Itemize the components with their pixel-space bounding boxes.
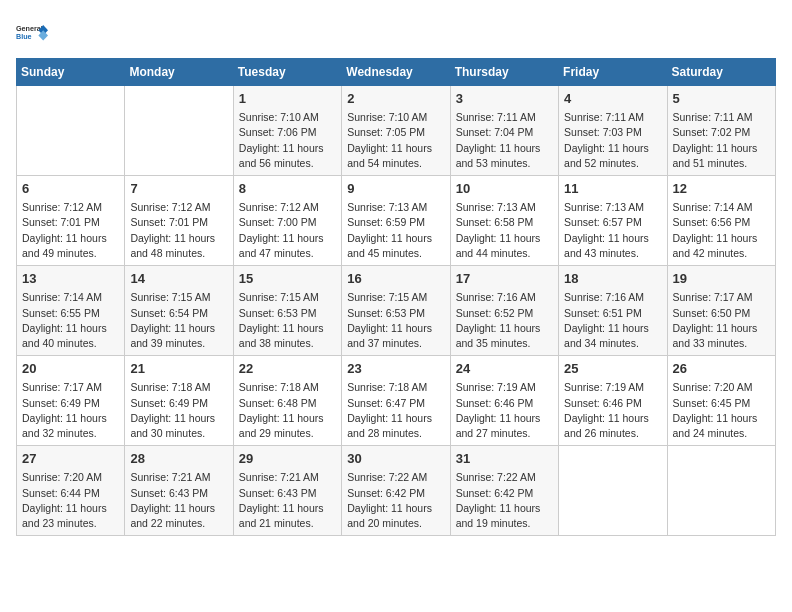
daylight-text: Daylight: 11 hours and 39 minutes. bbox=[130, 321, 227, 351]
daylight-text: Daylight: 11 hours and 26 minutes. bbox=[564, 411, 661, 441]
day-cell: 10Sunrise: 7:13 AMSunset: 6:58 PMDayligh… bbox=[450, 176, 558, 266]
sunrise-text: Sunrise: 7:12 AM bbox=[130, 200, 227, 215]
day-cell: 31Sunrise: 7:22 AMSunset: 6:42 PMDayligh… bbox=[450, 446, 558, 536]
calendar-table: SundayMondayTuesdayWednesdayThursdayFrid… bbox=[16, 58, 776, 536]
day-cell: 13Sunrise: 7:14 AMSunset: 6:55 PMDayligh… bbox=[17, 266, 125, 356]
sunset-text: Sunset: 6:54 PM bbox=[130, 306, 227, 321]
day-cell: 20Sunrise: 7:17 AMSunset: 6:49 PMDayligh… bbox=[17, 356, 125, 446]
day-cell bbox=[559, 446, 667, 536]
day-info: Sunrise: 7:11 AMSunset: 7:03 PMDaylight:… bbox=[564, 110, 661, 171]
sunrise-text: Sunrise: 7:13 AM bbox=[564, 200, 661, 215]
week-row-2: 6Sunrise: 7:12 AMSunset: 7:01 PMDaylight… bbox=[17, 176, 776, 266]
sunrise-text: Sunrise: 7:20 AM bbox=[22, 470, 119, 485]
daylight-text: Daylight: 11 hours and 48 minutes. bbox=[130, 231, 227, 261]
week-row-4: 20Sunrise: 7:17 AMSunset: 6:49 PMDayligh… bbox=[17, 356, 776, 446]
day-number: 17 bbox=[456, 270, 553, 288]
day-number: 28 bbox=[130, 450, 227, 468]
day-cell: 24Sunrise: 7:19 AMSunset: 6:46 PMDayligh… bbox=[450, 356, 558, 446]
day-number: 26 bbox=[673, 360, 770, 378]
sunrise-text: Sunrise: 7:13 AM bbox=[347, 200, 444, 215]
day-info: Sunrise: 7:12 AMSunset: 7:01 PMDaylight:… bbox=[130, 200, 227, 261]
header-tuesday: Tuesday bbox=[233, 59, 341, 86]
daylight-text: Daylight: 11 hours and 51 minutes. bbox=[673, 141, 770, 171]
sunset-text: Sunset: 6:42 PM bbox=[456, 486, 553, 501]
daylight-text: Daylight: 11 hours and 49 minutes. bbox=[22, 231, 119, 261]
sunset-text: Sunset: 6:57 PM bbox=[564, 215, 661, 230]
day-number: 14 bbox=[130, 270, 227, 288]
day-number: 2 bbox=[347, 90, 444, 108]
day-cell: 15Sunrise: 7:15 AMSunset: 6:53 PMDayligh… bbox=[233, 266, 341, 356]
day-info: Sunrise: 7:12 AMSunset: 7:00 PMDaylight:… bbox=[239, 200, 336, 261]
day-cell: 12Sunrise: 7:14 AMSunset: 6:56 PMDayligh… bbox=[667, 176, 775, 266]
sunset-text: Sunset: 6:49 PM bbox=[130, 396, 227, 411]
header-saturday: Saturday bbox=[667, 59, 775, 86]
daylight-text: Daylight: 11 hours and 20 minutes. bbox=[347, 501, 444, 531]
day-number: 23 bbox=[347, 360, 444, 378]
sunset-text: Sunset: 6:45 PM bbox=[673, 396, 770, 411]
daylight-text: Daylight: 11 hours and 28 minutes. bbox=[347, 411, 444, 441]
daylight-text: Daylight: 11 hours and 54 minutes. bbox=[347, 141, 444, 171]
day-number: 16 bbox=[347, 270, 444, 288]
day-info: Sunrise: 7:15 AMSunset: 6:53 PMDaylight:… bbox=[239, 290, 336, 351]
day-cell: 21Sunrise: 7:18 AMSunset: 6:49 PMDayligh… bbox=[125, 356, 233, 446]
day-cell: 18Sunrise: 7:16 AMSunset: 6:51 PMDayligh… bbox=[559, 266, 667, 356]
daylight-text: Daylight: 11 hours and 29 minutes. bbox=[239, 411, 336, 441]
header-sunday: Sunday bbox=[17, 59, 125, 86]
day-number: 30 bbox=[347, 450, 444, 468]
day-info: Sunrise: 7:22 AMSunset: 6:42 PMDaylight:… bbox=[456, 470, 553, 531]
day-info: Sunrise: 7:12 AMSunset: 7:01 PMDaylight:… bbox=[22, 200, 119, 261]
page-header: GeneralBlue bbox=[16, 16, 776, 48]
sunrise-text: Sunrise: 7:15 AM bbox=[347, 290, 444, 305]
daylight-text: Daylight: 11 hours and 42 minutes. bbox=[673, 231, 770, 261]
day-info: Sunrise: 7:11 AMSunset: 7:02 PMDaylight:… bbox=[673, 110, 770, 171]
day-info: Sunrise: 7:17 AMSunset: 6:50 PMDaylight:… bbox=[673, 290, 770, 351]
day-cell: 14Sunrise: 7:15 AMSunset: 6:54 PMDayligh… bbox=[125, 266, 233, 356]
daylight-text: Daylight: 11 hours and 52 minutes. bbox=[564, 141, 661, 171]
daylight-text: Daylight: 11 hours and 21 minutes. bbox=[239, 501, 336, 531]
day-cell: 25Sunrise: 7:19 AMSunset: 6:46 PMDayligh… bbox=[559, 356, 667, 446]
sunrise-text: Sunrise: 7:21 AM bbox=[130, 470, 227, 485]
sunset-text: Sunset: 6:53 PM bbox=[347, 306, 444, 321]
sunset-text: Sunset: 6:48 PM bbox=[239, 396, 336, 411]
sunrise-text: Sunrise: 7:13 AM bbox=[456, 200, 553, 215]
sunrise-text: Sunrise: 7:14 AM bbox=[22, 290, 119, 305]
day-cell: 26Sunrise: 7:20 AMSunset: 6:45 PMDayligh… bbox=[667, 356, 775, 446]
day-cell: 22Sunrise: 7:18 AMSunset: 6:48 PMDayligh… bbox=[233, 356, 341, 446]
sunset-text: Sunset: 6:44 PM bbox=[22, 486, 119, 501]
daylight-text: Daylight: 11 hours and 43 minutes. bbox=[564, 231, 661, 261]
sunrise-text: Sunrise: 7:11 AM bbox=[673, 110, 770, 125]
day-info: Sunrise: 7:21 AMSunset: 6:43 PMDaylight:… bbox=[239, 470, 336, 531]
sunrise-text: Sunrise: 7:18 AM bbox=[347, 380, 444, 395]
day-info: Sunrise: 7:15 AMSunset: 6:54 PMDaylight:… bbox=[130, 290, 227, 351]
day-cell: 19Sunrise: 7:17 AMSunset: 6:50 PMDayligh… bbox=[667, 266, 775, 356]
sunset-text: Sunset: 6:49 PM bbox=[22, 396, 119, 411]
sunset-text: Sunset: 6:42 PM bbox=[347, 486, 444, 501]
daylight-text: Daylight: 11 hours and 33 minutes. bbox=[673, 321, 770, 351]
sunset-text: Sunset: 6:58 PM bbox=[456, 215, 553, 230]
sunset-text: Sunset: 6:46 PM bbox=[456, 396, 553, 411]
sunset-text: Sunset: 6:43 PM bbox=[239, 486, 336, 501]
sunset-text: Sunset: 7:00 PM bbox=[239, 215, 336, 230]
daylight-text: Daylight: 11 hours and 38 minutes. bbox=[239, 321, 336, 351]
day-number: 22 bbox=[239, 360, 336, 378]
sunset-text: Sunset: 6:43 PM bbox=[130, 486, 227, 501]
daylight-text: Daylight: 11 hours and 32 minutes. bbox=[22, 411, 119, 441]
sunrise-text: Sunrise: 7:12 AM bbox=[239, 200, 336, 215]
day-number: 6 bbox=[22, 180, 119, 198]
day-info: Sunrise: 7:19 AMSunset: 6:46 PMDaylight:… bbox=[456, 380, 553, 441]
sunset-text: Sunset: 6:46 PM bbox=[564, 396, 661, 411]
sunrise-text: Sunrise: 7:16 AM bbox=[456, 290, 553, 305]
day-info: Sunrise: 7:10 AMSunset: 7:06 PMDaylight:… bbox=[239, 110, 336, 171]
day-info: Sunrise: 7:19 AMSunset: 6:46 PMDaylight:… bbox=[564, 380, 661, 441]
day-number: 25 bbox=[564, 360, 661, 378]
day-info: Sunrise: 7:18 AMSunset: 6:49 PMDaylight:… bbox=[130, 380, 227, 441]
day-cell: 29Sunrise: 7:21 AMSunset: 6:43 PMDayligh… bbox=[233, 446, 341, 536]
day-number: 1 bbox=[239, 90, 336, 108]
day-info: Sunrise: 7:16 AMSunset: 6:51 PMDaylight:… bbox=[564, 290, 661, 351]
day-number: 18 bbox=[564, 270, 661, 288]
daylight-text: Daylight: 11 hours and 35 minutes. bbox=[456, 321, 553, 351]
sunrise-text: Sunrise: 7:20 AM bbox=[673, 380, 770, 395]
sunrise-text: Sunrise: 7:19 AM bbox=[564, 380, 661, 395]
day-cell: 2Sunrise: 7:10 AMSunset: 7:05 PMDaylight… bbox=[342, 86, 450, 176]
daylight-text: Daylight: 11 hours and 24 minutes. bbox=[673, 411, 770, 441]
